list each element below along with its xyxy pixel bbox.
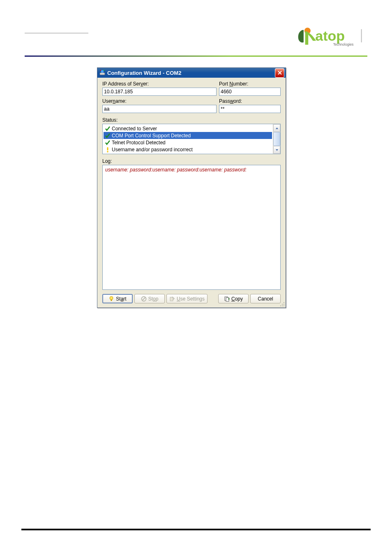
- status-item[interactable]: COM Port Control Support Detected: [104, 132, 272, 139]
- svg-point-19: [284, 304, 284, 305]
- app-icon: [99, 69, 106, 76]
- svg-rect-3: [361, 29, 362, 42]
- check-icon: [104, 139, 111, 146]
- ip-input[interactable]: [102, 88, 217, 96]
- port-label: Port Number:: [219, 81, 281, 87]
- footer-rule: [21, 529, 371, 530]
- apply-icon: [169, 296, 175, 302]
- status-item[interactable]: Telnet Protocol Detected: [104, 139, 272, 146]
- warning-icon: [104, 146, 111, 153]
- lightbulb-icon: [108, 296, 114, 302]
- svg-rect-8: [107, 147, 108, 150]
- svg-line-13: [142, 297, 145, 300]
- copy-button[interactable]: Copy: [218, 294, 249, 303]
- username-input[interactable]: [102, 105, 217, 113]
- ip-label: IP Address of Server:: [102, 81, 217, 87]
- status-item[interactable]: Username and/or password incorrect: [104, 146, 272, 153]
- svg-point-17: [284, 302, 284, 303]
- scroll-down-icon[interactable]: [273, 146, 280, 154]
- svg-rect-14: [170, 297, 173, 301]
- start-button[interactable]: Start: [102, 294, 133, 303]
- svg-text:atop: atop: [315, 28, 345, 44]
- header-underline: [25, 33, 88, 33]
- header-rule: [25, 56, 367, 57]
- scroll-thumb[interactable]: [273, 132, 280, 146]
- svg-point-20: [280, 305, 281, 306]
- check-icon: [104, 132, 111, 139]
- svg-rect-7: [104, 70, 104, 71]
- status-listbox[interactable]: Connected to Server COM Port Control Sup…: [102, 124, 281, 154]
- check-icon: [104, 125, 111, 132]
- stop-button[interactable]: Stop: [134, 294, 165, 303]
- close-button[interactable]: [275, 68, 284, 78]
- dialog-title: Configuration Wizard - COM2: [107, 70, 275, 76]
- username-label: Username:: [102, 98, 217, 104]
- resize-grip-icon[interactable]: [279, 301, 285, 307]
- button-row: Start Stop Use Settings Copy Cancel: [102, 294, 281, 303]
- svg-point-21: [282, 305, 283, 306]
- config-wizard-dialog: Configuration Wizard - COM2 IP Address o…: [97, 67, 286, 308]
- svg-point-18: [282, 304, 283, 305]
- stop-icon: [141, 296, 147, 302]
- log-textarea[interactable]: username: password:username: password:us…: [102, 165, 281, 290]
- titlebar[interactable]: Configuration Wizard - COM2: [97, 68, 286, 78]
- copy-icon: [224, 296, 230, 302]
- svg-rect-4: [100, 73, 105, 75]
- svg-text:Technologies: Technologies: [333, 42, 354, 46]
- svg-rect-5: [101, 70, 104, 73]
- password-label: Password:: [219, 98, 281, 104]
- password-input[interactable]: [219, 105, 281, 113]
- use-settings-button[interactable]: Use Settings: [166, 294, 208, 303]
- svg-rect-6: [100, 70, 101, 71]
- log-label: Log:: [102, 158, 281, 164]
- svg-rect-11: [111, 300, 112, 301]
- brand-logo: atop Technologies: [296, 25, 366, 47]
- cancel-button[interactable]: Cancel: [250, 294, 281, 303]
- status-item[interactable]: Connected to Server: [104, 125, 272, 132]
- port-input[interactable]: [219, 88, 281, 96]
- svg-point-22: [284, 305, 284, 306]
- svg-point-10: [110, 296, 113, 300]
- log-content: username: password:username: password:us…: [105, 167, 247, 173]
- scroll-up-icon[interactable]: [273, 124, 280, 132]
- status-scrollbar[interactable]: [273, 124, 280, 154]
- status-label: Status:: [102, 117, 281, 123]
- svg-point-9: [107, 151, 108, 153]
- dialog-content: IP Address of Server: Port Number: Usern…: [97, 78, 286, 308]
